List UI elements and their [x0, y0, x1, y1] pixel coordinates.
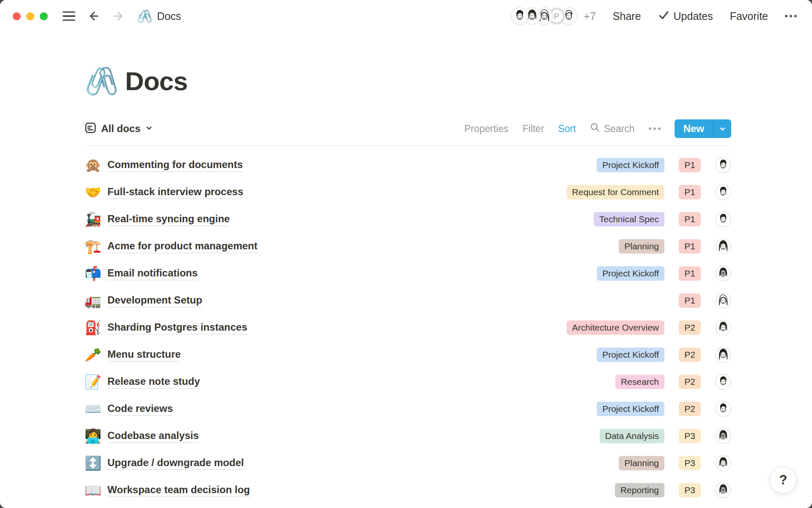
doc-title-link[interactable]: Upgrade / downgrade model: [107, 457, 244, 470]
close-window-button[interactable]: [13, 12, 21, 20]
doc-row[interactable]: ⛽ Sharding Postgres instances Architectu…: [85, 314, 731, 341]
doc-type-tag[interactable]: Reporting: [615, 483, 664, 497]
help-button[interactable]: ?: [770, 467, 797, 494]
doc-priority-badge[interactable]: P2: [679, 348, 701, 362]
doc-title-link[interactable]: Email notifications: [107, 267, 198, 280]
doc-type-tag[interactable]: Project Kickoff: [597, 348, 664, 362]
doc-priority-badge[interactable]: P1: [679, 212, 701, 226]
doc-owner-avatar[interactable]: [715, 157, 731, 173]
doc-priority-badge[interactable]: P3: [679, 483, 701, 497]
doc-row[interactable]: 🚂 Real-time syncing engine Technical Spe…: [85, 206, 731, 233]
more-members-count[interactable]: +7: [584, 10, 596, 22]
doc-owner-avatar[interactable]: [715, 211, 731, 227]
sort-button[interactable]: Sort: [558, 123, 576, 135]
doc-row[interactable]: 🥕 Menu structure Project Kickoff P2: [85, 341, 731, 368]
doc-row-meta: Architecture Overview P2: [567, 320, 731, 336]
doc-title-link[interactable]: Menu structure: [107, 348, 181, 362]
more-options-button[interactable]: [785, 15, 797, 17]
new-doc-button[interactable]: New: [675, 119, 713, 138]
doc-type-tag[interactable]: Project Kickoff: [597, 158, 664, 172]
doc-title-link[interactable]: Real-time syncing engine: [107, 213, 230, 226]
doc-row[interactable]: 🙊 Commenting for documents Project Kicko…: [85, 152, 731, 179]
doc-priority-badge[interactable]: P2: [679, 375, 701, 389]
doc-owner-avatar[interactable]: [715, 184, 731, 200]
doc-type-tag[interactable]: Project Kickoff: [597, 402, 664, 416]
zoom-window-button[interactable]: [40, 12, 48, 20]
doc-priority-badge[interactable]: P3: [679, 429, 701, 443]
doc-title-link[interactable]: Code reviews: [107, 403, 173, 416]
doc-row[interactable]: 🚛 Development Setup P1: [85, 287, 731, 314]
list-view-icon: [85, 122, 96, 135]
member-avatar[interactable]: [511, 7, 529, 25]
doc-owner-avatar[interactable]: [715, 482, 731, 498]
doc-type-tag[interactable]: Technical Spec: [594, 212, 664, 226]
doc-priority-badge[interactable]: P1: [679, 185, 701, 199]
doc-owner-avatar[interactable]: [715, 265, 731, 282]
doc-owner-avatar[interactable]: [715, 401, 731, 417]
linked-paperclips-emoji[interactable]: 🖇️: [85, 67, 118, 94]
toolbar-more-button[interactable]: [649, 127, 661, 130]
doc-type-tag[interactable]: Architecture Overview: [567, 320, 664, 335]
doc-priority-badge[interactable]: P2: [679, 402, 701, 416]
doc-priority-badge[interactable]: P3: [679, 456, 701, 470]
share-button[interactable]: Share: [613, 10, 641, 22]
doc-row[interactable]: ⌨️ Code reviews Project Kickoff P2: [85, 395, 731, 422]
doc-row-meta: Project Kickoff P1: [597, 265, 731, 282]
sidebar-toggle-icon[interactable]: [63, 11, 75, 21]
doc-title-link[interactable]: Sharding Postgres instances: [107, 321, 247, 334]
page-content: 🖇️ Docs All docs Properties Filter Sort: [0, 65, 812, 504]
view-switcher[interactable]: All docs: [85, 122, 153, 135]
doc-owner-avatar[interactable]: [715, 455, 731, 471]
ellipsis-icon: [785, 15, 797, 17]
doc-row[interactable]: 📬 Email notifications Project Kickoff P1: [85, 260, 731, 287]
new-doc-dropdown-caret[interactable]: [713, 119, 731, 138]
filter-button[interactable]: Filter: [522, 123, 544, 135]
doc-row[interactable]: 🤝 Full-stack interview process Request f…: [85, 179, 731, 206]
doc-type-tag[interactable]: Project Kickoff: [597, 266, 664, 281]
doc-title-link[interactable]: Codebase analysis: [107, 430, 199, 443]
back-arrow-icon[interactable]: [86, 9, 101, 23]
doc-row-meta: Research P2: [615, 374, 731, 390]
search-button[interactable]: Search: [590, 122, 635, 135]
doc-row[interactable]: ↕️ Upgrade / downgrade model Planning P3: [85, 450, 731, 477]
doc-priority-badge[interactable]: P1: [679, 239, 701, 254]
doc-type-tag[interactable]: Request for Comment: [567, 185, 664, 199]
doc-title-link[interactable]: Release note study: [107, 375, 200, 389]
doc-title-link[interactable]: Full-stack interview process: [107, 186, 243, 199]
ellipsis-icon: [649, 127, 661, 130]
doc-owner-avatar[interactable]: [715, 238, 731, 254]
doc-type-tag[interactable]: Planning: [619, 239, 664, 254]
doc-title-link[interactable]: Development Setup: [107, 294, 202, 307]
doc-row[interactable]: 🏗️ Acme for product management Planning …: [85, 233, 731, 260]
updates-button[interactable]: Updates: [658, 9, 713, 23]
doc-row-meta: Planning P3: [619, 455, 731, 471]
doc-owner-avatar[interactable]: [715, 374, 731, 390]
doc-priority-badge[interactable]: P1: [679, 266, 701, 281]
new-doc-split-button[interactable]: New: [675, 119, 731, 138]
open-mailbox-with-raised-flag-emoji: 📬: [85, 267, 104, 280]
minimize-window-button[interactable]: [26, 12, 34, 20]
breadcrumb-title[interactable]: Docs: [157, 10, 181, 22]
doc-type-tag[interactable]: Data Analysis: [600, 429, 664, 443]
doc-title-link[interactable]: Acme for product management: [107, 240, 258, 253]
doc-row[interactable]: 👩‍💻 Codebase analysis Data Analysis P3: [85, 422, 731, 450]
favorite-button[interactable]: Favorite: [730, 10, 768, 22]
doc-owner-avatar[interactable]: [715, 320, 731, 336]
properties-button[interactable]: Properties: [464, 123, 509, 135]
doc-title-link[interactable]: Workspace team decision log: [107, 484, 250, 497]
member-avatar-stack[interactable]: P: [511, 7, 578, 25]
updates-label: Updates: [674, 10, 713, 22]
doc-type-tag[interactable]: Research: [615, 375, 664, 389]
doc-row[interactable]: 📝 Release note study Research P2: [85, 368, 731, 395]
doc-priority-badge[interactable]: P2: [679, 320, 701, 335]
doc-owner-avatar[interactable]: [715, 293, 731, 309]
doc-type-tag[interactable]: Planning: [619, 456, 664, 470]
doc-priority-badge[interactable]: P1: [679, 293, 701, 308]
doc-priority-badge[interactable]: P1: [679, 158, 701, 172]
forward-arrow-icon[interactable]: [112, 9, 126, 23]
doc-owner-avatar[interactable]: [715, 428, 731, 444]
doc-title-link[interactable]: Commenting for documents: [107, 159, 243, 172]
doc-row[interactable]: 📖 Workspace team decision log Reporting …: [85, 477, 731, 504]
doc-owner-avatar[interactable]: [715, 347, 731, 363]
doc-row-meta: Data Analysis P3: [600, 428, 731, 444]
